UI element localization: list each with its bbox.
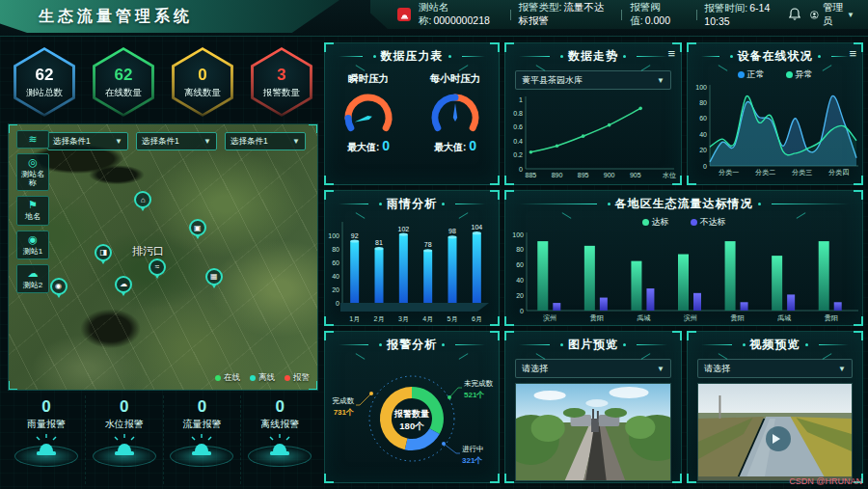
cloud-icon: ☁ — [120, 280, 127, 288]
map-legend: 在线 离线 报警 — [215, 372, 310, 384]
gauge-chart — [335, 88, 402, 136]
svg-text:80: 80 — [516, 246, 524, 253]
svg-text:贵阳: 贵阳 — [731, 314, 745, 322]
select-value: 选择条件1 — [231, 136, 268, 148]
device-legend: 正常 异常 — [688, 68, 862, 81]
chevron-down-icon: ▼ — [115, 137, 122, 146]
image-select[interactable]: 请选择▼ — [515, 359, 671, 378]
corner-bracket — [672, 42, 682, 52]
factory-marker[interactable]: ▦ — [205, 268, 223, 285]
video-select[interactable]: 请选择▼ — [697, 359, 853, 378]
map-tool-layers[interactable]: ≋ — [16, 130, 49, 149]
svg-text:40: 40 — [332, 273, 339, 280]
trend-reservoir-select[interactable]: 黄平县茶园水库▼ — [515, 70, 671, 90]
svg-text:321个: 321个 — [462, 456, 482, 465]
panel-trend: 数据走势 ≡ 黄平县茶园水库▼ 00.20.40.60.818858908959… — [504, 42, 682, 185]
panel-region-compliance: 各地区生态流量达标情况 达标 不达标 020406080100滨州贵阳禹城滨州贵… — [504, 190, 863, 326]
factory-icon: ▦ — [210, 272, 218, 281]
svg-text:40: 40 — [699, 131, 707, 138]
building-icon: ▣ — [194, 224, 202, 232]
video-preview-box[interactable] — [697, 383, 853, 481]
stat-offline-alarm: 0 离线报警 — [241, 395, 318, 484]
play-button-icon[interactable] — [766, 426, 791, 451]
svg-text:102: 102 — [397, 226, 409, 232]
select-value: 黄平县茶园水库 — [522, 74, 583, 87]
corner-bracket — [324, 42, 334, 52]
map-tool-station-2[interactable]: ☁测站2 — [16, 264, 49, 293]
svg-text:78: 78 — [424, 241, 432, 248]
gauge-max: 最大值:0 — [347, 138, 390, 154]
map-toolbar: ≋ ◎测站名称 ⚑地名 ◉测站1 ☁测站2 — [16, 130, 49, 293]
corner-bracket — [854, 42, 863, 52]
alarm-siren-icon — [397, 8, 411, 21]
chevron-down-icon: ▼ — [292, 137, 300, 146]
watermark: CSDN @HRUNAN — [789, 476, 862, 486]
image-preview-box[interactable] — [515, 383, 671, 481]
svg-text:0: 0 — [519, 166, 523, 173]
badge-online-count: 62在线数量 — [93, 47, 154, 117]
svg-text:60: 60 — [332, 259, 339, 266]
corner-bracket — [687, 331, 696, 340]
corner-bracket — [490, 42, 500, 52]
map-filter-select-2[interactable]: 选择条件1▼ — [136, 132, 217, 150]
map-tool-place-name[interactable]: ⚑地名 — [16, 196, 49, 225]
panel-title: 报警分析 — [387, 337, 437, 353]
legend-abnormal: 异常 — [786, 68, 813, 81]
corner-bracket — [854, 316, 863, 326]
panel-title: 各地区生态流量达标情况 — [615, 196, 753, 212]
corner-bracket — [504, 316, 514, 326]
header-alarm-info: 测站名称:0000000218 报警类型:流量不达标报警 报警阀值:0.000 … — [345, 0, 868, 29]
map-filter-select-1[interactable]: 选择条件1▼ — [47, 132, 128, 150]
green-dot-icon — [215, 375, 221, 381]
map-tool-station-name[interactable]: ◎测站名称 — [16, 153, 49, 191]
map-area-label: 排污口 — [132, 244, 164, 258]
svg-text:890: 890 — [552, 172, 563, 178]
cyan-dot-icon — [250, 375, 256, 381]
green-dot-icon — [786, 71, 793, 78]
stat-rain-alarm: 0 雨量报警 — [8, 395, 86, 484]
badge-offline-count: 0离线数量 — [172, 47, 233, 117]
select-value: 选择条件1 — [142, 136, 179, 148]
map-filter-row: 选择条件1▼ 选择条件1▼ 选择条件1▼ — [47, 132, 306, 150]
svg-text:895: 895 — [578, 172, 589, 178]
panel-title: 数据走势 — [568, 48, 618, 65]
legend-offline: 离线 — [250, 372, 275, 384]
corner-bracket — [324, 474, 334, 483]
user-menu[interactable]: 管理员 ▼ — [810, 1, 854, 28]
red-dot-icon — [285, 375, 290, 381]
corner-bracket — [854, 176, 863, 185]
dam-icon: ⌂ — [141, 196, 146, 204]
svg-text:0: 0 — [703, 163, 707, 170]
corner-bracket — [504, 331, 514, 340]
notification-bell-icon[interactable] — [789, 8, 800, 22]
alarm-time: 报警时间:6-14 10:35 — [704, 2, 781, 27]
svg-text:40: 40 — [516, 277, 524, 284]
panel-title: 雨情分析 — [387, 196, 437, 212]
stat-value: 0 — [275, 397, 284, 417]
chevron-down-icon: ▼ — [657, 365, 665, 373]
svg-text:报警数量: 报警数量 — [393, 409, 429, 419]
map-tool-station-1[interactable]: ◉测站1 — [16, 231, 49, 259]
gauge-icon: ◉ — [28, 234, 38, 245]
corner-bracket — [672, 331, 682, 340]
truck-marker[interactable]: ◨ — [95, 244, 112, 261]
pin-marker[interactable]: ◉ — [50, 278, 68, 295]
stat-value: 0 — [120, 397, 128, 417]
map-filter-select-3[interactable]: 选择条件1▼ — [225, 132, 306, 150]
legend-normal: 正常 — [738, 68, 765, 81]
badge-alarm-count: 3报警数量 — [251, 47, 312, 117]
gauge-instant-pressure: 瞬时压力 最大值:0 — [335, 72, 402, 154]
divider — [696, 10, 697, 20]
svg-text:521个: 521个 — [464, 391, 484, 399]
dam-photo — [516, 384, 670, 480]
svg-text:81: 81 — [375, 239, 383, 246]
gauge-label: 每小时压力 — [430, 72, 481, 86]
stat-value: 0 — [41, 397, 50, 417]
water-marker[interactable]: ≈ — [149, 258, 166, 276]
corner-bracket — [490, 176, 500, 185]
svg-text:20: 20 — [516, 292, 524, 299]
building-marker[interactable]: ▣ — [189, 219, 206, 236]
badge-value: 0 — [198, 66, 206, 85]
svg-text:5月: 5月 — [448, 315, 458, 323]
corner-bracket — [309, 381, 318, 391]
